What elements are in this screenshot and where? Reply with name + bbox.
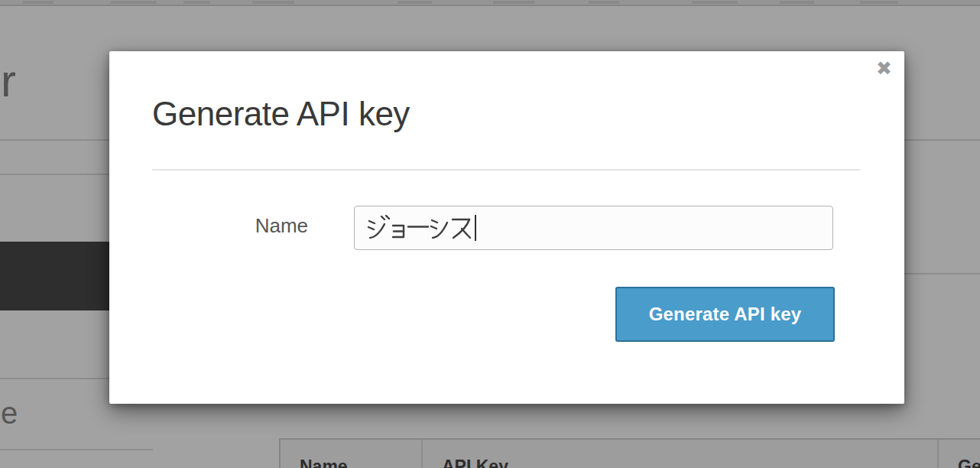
- screen: r e Name API Key Ge ✖ Generate API key N…: [0, 0, 980, 468]
- name-label: Name: [186, 214, 308, 238]
- generate-api-key-modal: ✖ Generate API key Name: [109, 51, 904, 404]
- modal-title: Generate API key: [152, 96, 410, 132]
- close-icon[interactable]: ✖: [876, 59, 892, 78]
- text-caret: [475, 215, 476, 241]
- name-input-text-katakana: [367, 215, 474, 241]
- generate-button-label: Generate API key: [649, 304, 802, 325]
- name-input[interactable]: ジョーシス: [354, 206, 833, 250]
- generate-api-key-button[interactable]: Generate API key: [615, 287, 835, 342]
- title-divider: [152, 169, 860, 171]
